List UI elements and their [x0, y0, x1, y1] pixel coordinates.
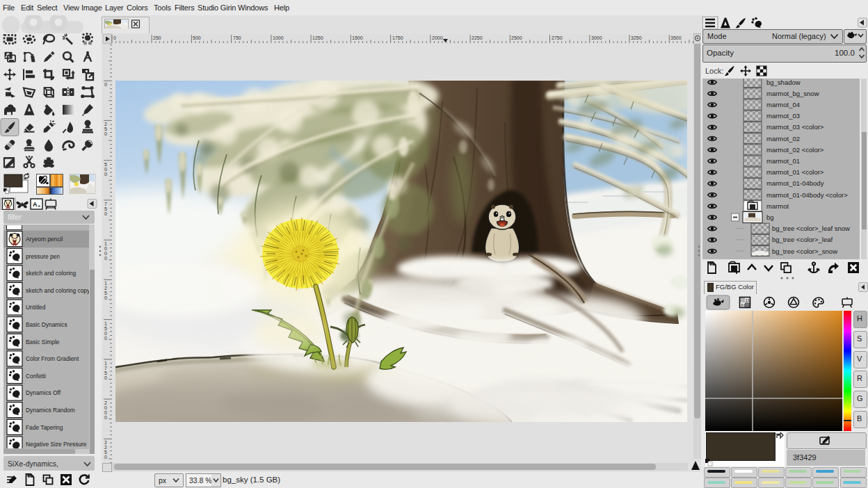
svg-text:bg_tree <color>_leaf: bg_tree <color>_leaf — [772, 236, 833, 243]
svg-text:A: A — [33, 201, 38, 208]
svg-text:0: 0 — [104, 415, 107, 420]
svg-text:3250: 3250 — [631, 35, 642, 40]
svg-text:marmot: marmot — [766, 202, 789, 210]
svg-text:1: 1 — [104, 241, 107, 246]
svg-text:01: 01 — [741, 303, 746, 308]
svg-text:5: 5 — [104, 450, 107, 455]
svg-text:marmot_01-04body: marmot_01-04body — [766, 179, 824, 187]
svg-text:2750: 2750 — [552, 35, 563, 40]
svg-text:0: 0 — [104, 331, 107, 336]
svg-text:Confetti: Confetti — [26, 373, 46, 380]
svg-text:marmot_03 <color>: marmot_03 <color> — [766, 123, 824, 131]
svg-text:3000: 3000 — [591, 35, 602, 40]
svg-text:5: 5 — [104, 326, 107, 331]
svg-text:10: 10 — [746, 298, 751, 303]
svg-text:0: 0 — [104, 336, 107, 341]
svg-text:Dynamics Off: Dynamics Off — [26, 389, 61, 396]
svg-text:5: 5 — [104, 162, 107, 167]
svg-text:2: 2 — [104, 122, 107, 127]
svg-text:Basic Simple: Basic Simple — [26, 339, 60, 345]
svg-text:2: 2 — [104, 440, 107, 445]
svg-text:0: 0 — [104, 172, 107, 177]
svg-text:marmot_03: marmot_03 — [766, 112, 800, 120]
svg-text:Aryeom pencil: Aryeom pencil — [26, 236, 63, 243]
svg-text:250: 250 — [153, 35, 161, 40]
svg-text:Color From Gradient: Color From Gradient — [26, 355, 79, 362]
svg-text:1: 1 — [104, 321, 107, 326]
svg-text:5: 5 — [104, 291, 107, 295]
svg-text:0: 0 — [104, 211, 107, 216]
svg-text:0: 0 — [104, 410, 107, 415]
svg-text:bg_tree <color>_snow: bg_tree <color>_snow — [772, 247, 837, 255]
svg-text:1750: 1750 — [392, 35, 403, 40]
svg-text:0: 0 — [104, 131, 107, 136]
svg-text:sketch and coloring: sketch and coloring — [26, 270, 77, 277]
svg-text:500: 500 — [193, 35, 201, 40]
svg-text:5: 5 — [104, 206, 107, 211]
svg-text:0: 0 — [113, 35, 116, 40]
svg-text:0: 0 — [104, 375, 107, 380]
svg-text:2000: 2000 — [432, 35, 443, 40]
svg-text:1250: 1250 — [312, 35, 323, 40]
svg-text:1: 1 — [104, 281, 107, 286]
svg-text:1000: 1000 — [273, 35, 284, 40]
svg-text:0: 0 — [104, 405, 107, 410]
svg-text:pressure pen: pressure pen — [26, 253, 60, 260]
svg-text:2: 2 — [104, 400, 107, 405]
svg-text:1500: 1500 — [352, 35, 363, 40]
svg-text:0: 0 — [104, 455, 107, 459]
svg-text:3500: 3500 — [670, 35, 682, 40]
svg-text:0: 0 — [104, 251, 107, 256]
svg-text:0: 0 — [104, 82, 107, 87]
svg-text:0: 0 — [104, 246, 107, 251]
svg-text:0: 0 — [104, 256, 107, 261]
svg-text:750: 750 — [233, 35, 241, 40]
svg-text:2: 2 — [104, 286, 107, 291]
svg-text:bg_shadow: bg_shadow — [766, 79, 801, 86]
svg-text:5: 5 — [104, 371, 107, 375]
svg-text:marmot_02 <color>: marmot_02 <color> — [766, 146, 824, 154]
svg-text:marmot_01 <color>: marmot_01 <color> — [766, 168, 824, 176]
svg-text:Basic Dynamics: Basic Dynamics — [26, 321, 67, 328]
svg-text:2: 2 — [104, 445, 107, 450]
svg-text:0: 0 — [104, 167, 107, 172]
svg-text:7: 7 — [104, 366, 107, 371]
svg-text:Negative Size Pressure: Negative Size Pressure — [26, 441, 87, 448]
svg-text:marmot_02: marmot_02 — [766, 135, 800, 143]
svg-text:marmot_01: marmot_01 — [766, 157, 800, 165]
svg-text:5: 5 — [104, 127, 107, 131]
svg-text:2500: 2500 — [511, 35, 522, 40]
svg-text:bg: bg — [766, 213, 774, 221]
svg-text:bg_tree <color>_leaf snow: bg_tree <color>_leaf snow — [772, 225, 850, 232]
svg-text:marmot_04: marmot_04 — [766, 101, 800, 108]
svg-text:marmot_01-04body <color>: marmot_01-04body <color> — [766, 191, 848, 199]
svg-text:Untitled: Untitled — [26, 304, 46, 311]
svg-text:Fade Tapering: Fade Tapering — [26, 424, 63, 431]
svg-text:1: 1 — [104, 361, 107, 366]
svg-text:Dynamics Random: Dynamics Random — [26, 407, 75, 414]
svg-text:0: 0 — [104, 295, 107, 300]
svg-text:7: 7 — [104, 202, 107, 206]
svg-text:2250: 2250 — [472, 35, 483, 40]
svg-text:marmot_bg_snow: marmot_bg_snow — [766, 90, 819, 97]
svg-text:sketch and coloring copy: sketch and coloring copy — [26, 287, 90, 294]
